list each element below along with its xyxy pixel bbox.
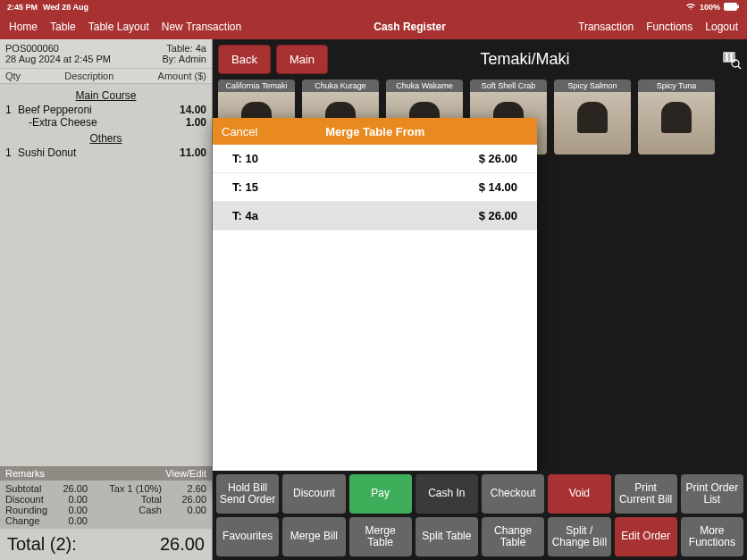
nav-logout[interactable]: Logout <box>705 21 738 33</box>
main-button[interactable]: Main <box>276 45 328 74</box>
status-bar: 2:45 PM Wed 28 Aug 100% <box>0 0 747 14</box>
col-desc: Description <box>64 71 113 81</box>
barcode-search-icon[interactable] <box>722 50 742 70</box>
action-favourites[interactable]: Favourites <box>216 517 279 556</box>
remarks-label: Remarks <box>5 468 45 479</box>
merge-table-row[interactable]: T: 4a$ 26.00 <box>213 202 537 230</box>
action-checkout[interactable]: Checkout <box>482 474 544 514</box>
totals-row: Discount0.00Total26.00 <box>5 494 206 505</box>
order-table: Table: 4a <box>166 43 206 54</box>
nav-table-layout[interactable]: Table Layout <box>88 21 149 33</box>
pos-id: POS000060 <box>5 43 59 54</box>
svg-rect-5 <box>731 53 732 62</box>
action-cash-in[interactable]: Cash In <box>415 474 478 514</box>
order-line[interactable]: 1Beef Pepperoni14.00 <box>5 104 206 116</box>
action-edit-order[interactable]: Edit Order <box>615 517 677 556</box>
product-tile[interactable]: Spicy Tuna <box>638 79 715 155</box>
totals-row: Rounding0.00Cash0.00 <box>5 505 206 515</box>
svg-rect-4 <box>728 53 730 62</box>
product-label: Chuka Wakame <box>386 79 463 92</box>
action-void[interactable]: Void <box>548 474 610 514</box>
order-by: By: Admin <box>162 54 206 64</box>
svg-line-8 <box>738 66 741 69</box>
nav-home[interactable]: Home <box>9 21 38 33</box>
nav-transaction[interactable]: Transaction <box>578 21 634 33</box>
nav-functions[interactable]: Functions <box>646 21 692 33</box>
product-label: California Temaki <box>218 79 295 92</box>
grand-total-label: Total (2): <box>7 534 77 555</box>
action-pay[interactable]: Pay <box>349 474 412 514</box>
svg-rect-1 <box>737 4 739 8</box>
back-button[interactable]: Back <box>218 45 271 74</box>
svg-point-7 <box>732 60 739 67</box>
action-split-change-bill[interactable]: Split /Change Bill <box>548 517 610 556</box>
nav-table[interactable]: Table <box>50 21 76 33</box>
svg-rect-2 <box>724 53 726 62</box>
action-hold-bill-send-order[interactable]: Hold BillSend Order <box>216 474 279 514</box>
battery-percent: 100% <box>700 3 720 12</box>
product-label: Chuka Kurage <box>302 79 379 92</box>
action-more-functions[interactable]: MoreFunctions <box>681 517 743 556</box>
top-nav: HomeTableTable LayoutNew Transaction Cas… <box>0 14 747 39</box>
action-discount[interactable]: Discount <box>282 474 345 514</box>
order-timestamp: 28 Aug 2024 at 2:45 PM <box>5 54 111 64</box>
status-time: 2:45 PM <box>7 3 38 12</box>
order-line[interactable]: 1Sushi Donut11.00 <box>5 146 206 159</box>
wifi-icon <box>685 2 696 13</box>
course-title: Others <box>5 132 206 145</box>
status-date: Wed 28 Aug <box>43 3 88 12</box>
remarks-view-edit[interactable]: View/Edit <box>165 468 206 479</box>
order-panel: POS000060 Table: 4a 28 Aug 2024 at 2:45 … <box>0 39 213 560</box>
grand-total-value: 26.00 <box>160 534 205 555</box>
action-split-table[interactable]: Split Table <box>415 517 478 556</box>
modal-title: Merge Table From <box>257 125 492 138</box>
merge-table-modal: Cancel Merge Table From T: 10$ 26.00T: 1… <box>213 118 537 486</box>
modal-cancel-button[interactable]: Cancel <box>222 125 257 138</box>
merge-table-row[interactable]: T: 15$ 14.00 <box>213 173 537 202</box>
battery-icon <box>724 3 740 13</box>
order-line[interactable]: -Extra Cheese1.00 <box>5 116 206 129</box>
svg-rect-3 <box>726 53 727 62</box>
totals-row: Subtotal26.00Tax 1 (10%)2.60 <box>5 483 206 494</box>
action-grid: Hold BillSend OrderDiscountPayCash InChe… <box>213 471 747 560</box>
category-title: Temaki/Maki <box>333 50 717 69</box>
action-change-table[interactable]: ChangeTable <box>482 517 544 556</box>
action-print-order-list[interactable]: Print OrderList <box>681 474 743 514</box>
product-tile[interactable]: Spicy Salmon <box>554 79 631 155</box>
product-label: Spicy Tuna <box>638 79 715 92</box>
totals-row: Change0.00 <box>5 515 206 526</box>
action-print-current-bill[interactable]: PrintCurrent Bill <box>615 474 677 514</box>
app-title: Cash Register <box>241 21 578 33</box>
col-qty: Qty <box>5 71 21 81</box>
product-label: Soft Shell Crab <box>470 79 547 92</box>
product-image <box>554 92 631 155</box>
nav-new-transaction[interactable]: New Transaction <box>162 21 241 33</box>
action-merge-bill[interactable]: Merge Bill <box>282 517 345 556</box>
merge-table-row[interactable]: T: 10$ 26.00 <box>213 145 537 173</box>
action-merge-table[interactable]: Merge Table <box>349 517 412 556</box>
product-label: Spicy Salmon <box>554 79 631 92</box>
col-amount: Amount ($) <box>158 71 206 81</box>
product-image <box>638 92 715 155</box>
course-title: Main Course <box>5 89 206 102</box>
svg-rect-0 <box>724 3 737 11</box>
